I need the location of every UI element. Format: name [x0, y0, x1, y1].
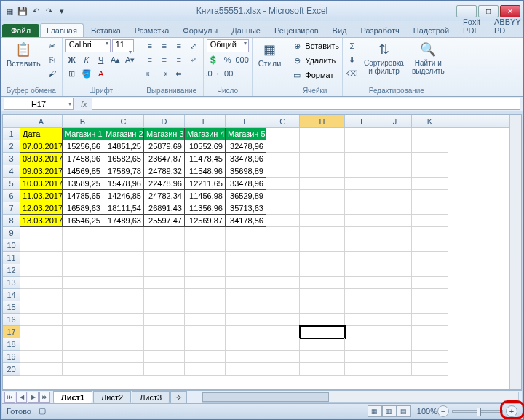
- cell-A14[interactable]: [20, 289, 63, 301]
- col-header-C[interactable]: C: [103, 115, 144, 127]
- row-header[interactable]: 18: [3, 338, 20, 351]
- cell-K2[interactable]: [412, 140, 448, 153]
- cell-K12[interactable]: [412, 264, 448, 277]
- row-header[interactable]: 3: [3, 153, 20, 165]
- cell-A19[interactable]: [20, 351, 63, 363]
- col-header-D[interactable]: D: [144, 115, 185, 127]
- cell-F14[interactable]: [226, 289, 266, 301]
- cell-K8[interactable]: [412, 215, 448, 227]
- cell-B8[interactable]: 16546,25: [63, 215, 103, 227]
- cell-K3[interactable]: [412, 153, 448, 165]
- cell-G13[interactable]: [266, 277, 300, 289]
- cell-C4[interactable]: 17589,78: [103, 165, 144, 178]
- dec-decimal-icon[interactable]: .00: [221, 67, 234, 80]
- cell-J17[interactable]: [378, 326, 412, 338]
- row-header[interactable]: 7: [3, 202, 20, 215]
- sheet-tab-3[interactable]: Лист3: [132, 391, 170, 403]
- row-header[interactable]: 11: [3, 252, 20, 264]
- cell-I19[interactable]: [345, 351, 378, 363]
- underline-button[interactable]: Ч: [95, 53, 108, 66]
- cell-C8[interactable]: 17489,63: [103, 215, 144, 227]
- autosum-icon[interactable]: Σ: [346, 39, 359, 52]
- cell-E12[interactable]: [185, 264, 226, 277]
- cell-J6[interactable]: [378, 190, 412, 202]
- zoom-out-button[interactable]: −: [437, 405, 449, 417]
- cell-G2[interactable]: [266, 140, 300, 153]
- fx-icon[interactable]: fx: [76, 100, 92, 108]
- cell-G16[interactable]: [266, 314, 300, 326]
- cell-K17[interactable]: [412, 326, 448, 338]
- cell-E17[interactable]: [185, 326, 226, 338]
- row-header[interactable]: 13: [3, 277, 20, 289]
- cell-F11[interactable]: [226, 252, 266, 264]
- cell-C3[interactable]: 16582,65: [103, 153, 144, 165]
- cell-J7[interactable]: [378, 202, 412, 215]
- cell-D12[interactable]: [144, 264, 185, 277]
- page-layout-view-button[interactable]: ▥: [382, 405, 397, 417]
- cell-D15[interactable]: [144, 301, 185, 314]
- cell-A10[interactable]: [20, 239, 63, 252]
- cell-J12[interactable]: [378, 264, 412, 277]
- cell-D13[interactable]: [144, 277, 185, 289]
- cell-I18[interactable]: [345, 338, 378, 351]
- cell-B15[interactable]: [63, 301, 103, 314]
- cell-B18[interactable]: [63, 338, 103, 351]
- cell-B5[interactable]: 13589,25: [63, 178, 103, 190]
- cell-A13[interactable]: [20, 277, 63, 289]
- cell-E20[interactable]: [185, 363, 226, 376]
- increase-font-icon[interactable]: A▴: [109, 53, 122, 66]
- cell-K5[interactable]: [412, 178, 448, 190]
- cell-K20[interactable]: [412, 363, 448, 376]
- col-header-G[interactable]: G: [266, 115, 300, 127]
- tab-addins[interactable]: Надстрой: [407, 23, 456, 37]
- normal-view-button[interactable]: ▦: [368, 405, 382, 417]
- cell-D10[interactable]: [144, 239, 185, 252]
- cell-C10[interactable]: [103, 239, 144, 252]
- cell-E18[interactable]: [185, 338, 226, 351]
- cell-F13[interactable]: [226, 277, 266, 289]
- file-tab[interactable]: Файл: [2, 24, 39, 37]
- cell-J18[interactable]: [378, 338, 412, 351]
- cell-G17[interactable]: [266, 326, 300, 338]
- bold-button[interactable]: Ж: [66, 53, 79, 66]
- cell-H2[interactable]: [300, 140, 345, 153]
- cell-H20[interactable]: [300, 363, 345, 376]
- cell-I2[interactable]: [345, 140, 378, 153]
- col-header-J[interactable]: J: [378, 115, 412, 127]
- row-header[interactable]: 17: [3, 326, 20, 338]
- cell-J1[interactable]: [378, 128, 412, 140]
- row-header[interactable]: 1: [3, 128, 20, 140]
- cell-A7[interactable]: 12.03.2017: [20, 202, 63, 215]
- cell-F6[interactable]: 36529,89: [226, 190, 266, 202]
- cell-A11[interactable]: [20, 252, 63, 264]
- tab-insert[interactable]: Вставка: [84, 23, 127, 37]
- sheet-tab-1[interactable]: Лист1: [53, 391, 92, 403]
- formula-bar[interactable]: [92, 98, 520, 110]
- cell-H8[interactable]: [300, 215, 345, 227]
- cell-A20[interactable]: [20, 363, 63, 376]
- cell-J16[interactable]: [378, 314, 412, 326]
- cell-J4[interactable]: [378, 165, 412, 178]
- cell-F17[interactable]: [226, 326, 266, 338]
- cell-E4[interactable]: 11548,96: [185, 165, 226, 178]
- cell-J14[interactable]: [378, 289, 412, 301]
- cell-D9[interactable]: [144, 227, 185, 239]
- cell-G14[interactable]: [266, 289, 300, 301]
- cell-H18[interactable]: [300, 338, 345, 351]
- format-cells-button[interactable]: ▭Формат: [290, 68, 339, 82]
- cell-J3[interactable]: [378, 153, 412, 165]
- cell-E3[interactable]: 11478,45: [185, 153, 226, 165]
- sheet-nav-next[interactable]: ▶: [28, 392, 39, 403]
- currency-icon[interactable]: 💲: [207, 53, 220, 66]
- col-header-F[interactable]: F: [226, 115, 266, 127]
- cell-D16[interactable]: [144, 314, 185, 326]
- cell-G11[interactable]: [266, 252, 300, 264]
- vertical-scrollbar[interactable]: [509, 115, 521, 389]
- inc-decimal-icon[interactable]: .0→: [207, 67, 220, 80]
- cell-H15[interactable]: [300, 301, 345, 314]
- row-header[interactable]: 8: [3, 215, 20, 227]
- cell-A18[interactable]: [20, 338, 63, 351]
- cell-H13[interactable]: [300, 277, 345, 289]
- cell-A1[interactable]: Дата: [20, 128, 63, 140]
- cell-C2[interactable]: 14851,25: [103, 140, 144, 153]
